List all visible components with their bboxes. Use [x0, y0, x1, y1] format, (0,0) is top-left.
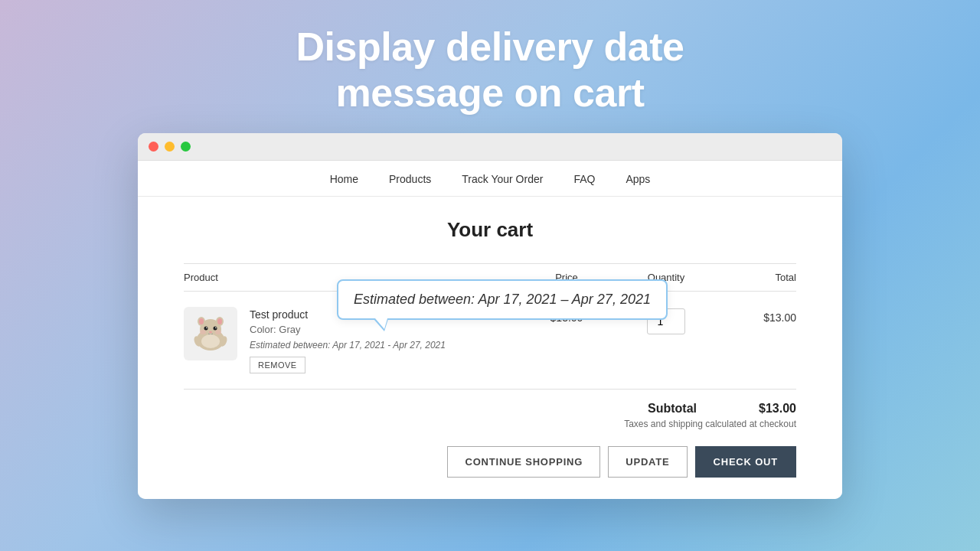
product-delivery: Estimated between: Apr 17, 2021 - Apr 27…	[250, 340, 446, 350]
table-row: Estimated between: Apr 17, 2021 – Apr 27…	[184, 292, 796, 390]
subtotal-amount: $13.00	[743, 402, 796, 416]
svg-point-6	[204, 326, 208, 330]
svg-point-7	[214, 326, 217, 330]
update-button[interactable]: UPDATE	[608, 446, 687, 478]
close-dot[interactable]	[149, 142, 158, 152]
subtotal-label: Subtotal	[648, 402, 697, 416]
product-image	[184, 307, 237, 360]
product-variant: Color: Gray	[250, 324, 446, 335]
main-nav: Home Products Track Your Order FAQ Apps	[138, 161, 842, 197]
nav-home[interactable]: Home	[330, 173, 358, 185]
subtotal-row: Subtotal $13.00	[648, 402, 796, 416]
nav-track[interactable]: Track Your Order	[462, 173, 543, 185]
browser-titlebar	[138, 133, 842, 161]
cart-container: Your cart Product Price Quantity Total E…	[138, 197, 842, 499]
svg-point-4	[199, 318, 204, 324]
action-buttons: CONTINUE SHOPPING UPDATE CHECK OUT	[184, 435, 796, 484]
browser-window: Home Products Track Your Order FAQ Apps …	[138, 133, 842, 499]
nav-faq[interactable]: FAQ	[573, 173, 595, 185]
cart-title: Your cart	[184, 218, 796, 242]
svg-point-10	[209, 331, 212, 332]
nav-apps[interactable]: Apps	[626, 173, 650, 185]
subtotal-section: Subtotal $13.00 Taxes and shipping calcu…	[184, 390, 796, 435]
svg-point-12	[215, 330, 221, 334]
hero-title: Display delivery date message on cart	[296, 0, 684, 116]
product-total: $13.00	[720, 307, 796, 324]
checkout-button[interactable]: CHECK OUT	[695, 446, 796, 478]
remove-button[interactable]: REMOVE	[250, 357, 305, 373]
svg-point-15	[201, 334, 220, 348]
continue-shopping-button[interactable]: CONTINUE SHOPPING	[447, 446, 600, 478]
svg-point-11	[200, 330, 206, 334]
svg-point-5	[217, 318, 222, 324]
minimize-dot[interactable]	[165, 142, 175, 152]
product-image-svg	[188, 311, 234, 357]
col-header-total: Total	[720, 272, 796, 283]
tax-note: Taxes and shipping calculated at checkou…	[624, 419, 796, 429]
maximize-dot[interactable]	[181, 142, 191, 152]
nav-products[interactable]: Products	[389, 173, 431, 185]
svg-point-8	[206, 327, 207, 328]
svg-point-9	[215, 327, 217, 328]
delivery-tooltip: Estimated between: Apr 17, 2021 – Apr 27…	[337, 279, 668, 320]
browser-content: Home Products Track Your Order FAQ Apps …	[138, 161, 842, 499]
